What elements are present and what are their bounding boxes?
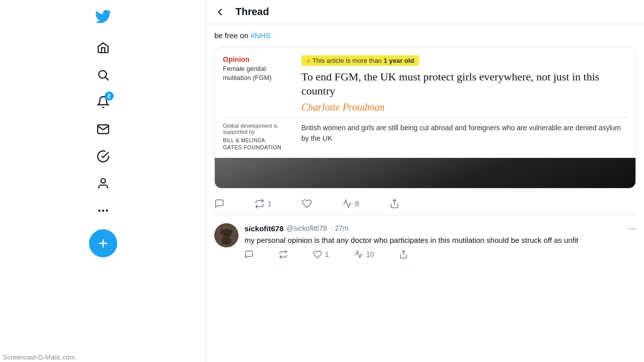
article-bottom: Global development is supported by Bill … [215, 118, 635, 158]
svg-point-15 [227, 232, 229, 234]
watermark: Screencast-O-Matic.com [0, 352, 78, 362]
sidebar-item-home[interactable] [91, 35, 116, 60]
reply-text: my personal opinion is that any doctor w… [245, 235, 636, 246]
views-count: 8 [355, 200, 359, 208]
article-category: Female genital mutilation (FGM) [223, 64, 293, 82]
share-button[interactable] [389, 199, 399, 209]
reply-like-count: 1 [325, 250, 329, 258]
sidebar: 2 [0, 0, 206, 362]
back-button[interactable] [214, 7, 225, 18]
sidebar-item-verified[interactable] [91, 144, 116, 169]
reply-views-count: 10 [366, 250, 374, 258]
supported-label: Global development is supported by [223, 123, 293, 135]
twitter-logo[interactable] [91, 4, 116, 29]
svg-point-4 [106, 210, 107, 211]
reply-views-button[interactable]: 10 [354, 250, 374, 259]
sidebar-item-notifications[interactable]: 2 [91, 89, 116, 115]
reply-time: 27m [335, 224, 349, 232]
tweet-body: be free on #NHS Opinion Female genital m… [206, 24, 644, 215]
views-button[interactable]: 8 [342, 199, 359, 209]
avatar [214, 223, 238, 247]
reply-share-button[interactable] [399, 250, 408, 259]
svg-point-3 [102, 210, 103, 211]
thread-header: Thread [206, 0, 644, 24]
reply-retweet-button[interactable] [279, 250, 288, 259]
article-right: ●This article is more than 1 year old To… [301, 55, 627, 113]
page-title: Thread [235, 6, 269, 18]
article-left: Opinion Female genital mutilation (FGM) [223, 55, 293, 113]
reply-like-button[interactable]: 1 [313, 250, 329, 259]
retweet-button[interactable]: 1 [255, 199, 272, 209]
tweet-actions: 1 8 [214, 195, 636, 215]
article-image [215, 158, 635, 188]
sidebar-item-messages[interactable] [91, 117, 116, 142]
svg-rect-13 [221, 237, 231, 244]
more-button[interactable]: ··· [628, 223, 636, 234]
reply-username: sickofit678 [245, 224, 284, 233]
badge-dot: ● [306, 57, 310, 64]
notifications-badge: 2 [105, 92, 114, 101]
badge-bold-text: 1 year old [383, 57, 414, 64]
nhs-hashtag[interactable]: #NHS [251, 31, 271, 40]
sidebar-item-search[interactable] [91, 62, 116, 87]
reply-reply-button[interactable] [245, 250, 254, 259]
sidebar-item-more[interactable] [91, 198, 116, 223]
article-card[interactable]: Opinion Female genital mutilation (FGM) … [214, 47, 636, 189]
reply-handle: @sickofit678 [287, 224, 327, 232]
article-supported: Global development is supported by Bill … [223, 123, 293, 151]
reply-actions: 1 10 [245, 250, 636, 265]
svg-point-0 [99, 70, 106, 78]
like-button[interactable] [302, 199, 312, 209]
sidebar-item-profile[interactable] [91, 171, 116, 196]
svg-point-5 [99, 210, 100, 211]
article-author: Charlotte Proudman [301, 102, 627, 113]
tweet-text: be free on #NHS [214, 30, 636, 42]
reply-tweet: sickofit678 @sickofit678 · 27m ··· my pe… [206, 217, 644, 265]
foundation-name: Bill & Melinda Gates Foundation [223, 137, 293, 151]
svg-line-1 [105, 77, 108, 80]
article-age-badge: ●This article is more than 1 year old [301, 55, 419, 66]
compose-button[interactable] [89, 229, 117, 257]
article-headline: To end FGM, the UK must protect girls ev… [301, 70, 627, 99]
svg-point-2 [101, 178, 105, 183]
article-top: Opinion Female genital mutilation (FGM) … [215, 47, 635, 117]
reply-button[interactable] [214, 199, 224, 209]
article-snippet: British women and girls are still being … [301, 123, 627, 151]
svg-point-14 [224, 232, 226, 234]
svg-point-16 [224, 234, 228, 236]
retweet-count: 1 [268, 200, 272, 208]
reply-tweet-header: sickofit678 @sickofit678 · 27m ··· [245, 223, 636, 234]
reply-tweet-body: sickofit678 @sickofit678 · 27m ··· my pe… [245, 223, 636, 265]
article-opinion-label: Opinion [223, 55, 293, 63]
main-content: Thread be free on #NHS Opinion Female ge… [206, 0, 644, 362]
